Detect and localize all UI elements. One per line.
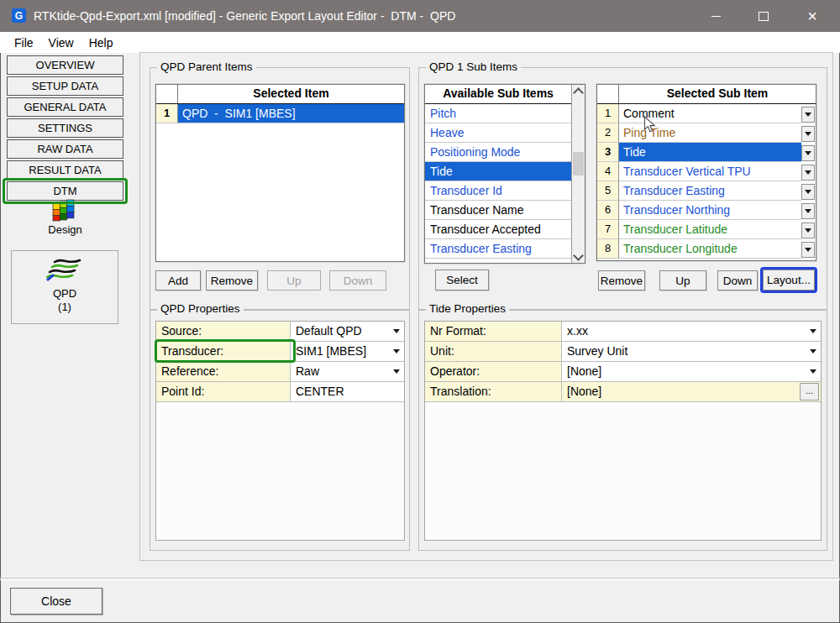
select-button[interactable]: Select: [435, 270, 489, 291]
qpd-properties-label-source: Source:: [156, 322, 291, 341]
qpd-properties-value-point-id[interactable]: CENTER: [291, 382, 404, 401]
available-item-transducer-easting[interactable]: Transducer Easting: [425, 239, 571, 259]
available-item-heave[interactable]: Heave: [425, 123, 571, 143]
dropdown-button[interactable]: [801, 222, 815, 238]
up-button: Up: [267, 270, 321, 291]
dropdown-button[interactable]: [389, 322, 404, 341]
qpd-properties-label-transducer: Transducer:: [156, 342, 291, 361]
chevron-down-icon: [805, 170, 811, 175]
window-title: RTKtide-Qpd-Export.xml [modified] - Gene…: [34, 0, 455, 32]
sidebar-item-dtm[interactable]: DTM: [7, 181, 123, 201]
parent-items-buttons: AddRemoveUpDown: [155, 270, 386, 291]
dropdown-button[interactable]: [801, 126, 815, 142]
gear-G-icon: G: [12, 8, 26, 23]
selected-sub-item-transducer-vertical-tpu[interactable]: Transducer Vertical TPU: [619, 162, 801, 181]
close-icon: ×: [807, 8, 817, 24]
available-item-transducer-id[interactable]: Transducer Id: [425, 181, 571, 201]
close-button[interactable]: Close: [10, 588, 102, 615]
qpd-properties-value-reference[interactable]: Raw: [291, 362, 389, 381]
layout-button[interactable]: Layout...: [763, 270, 815, 291]
tide-properties-value-operator[interactable]: [None]: [562, 362, 806, 381]
dropdown-button[interactable]: [801, 242, 815, 258]
remove-sub-button[interactable]: Remove: [598, 270, 645, 291]
sidebar-item-settings[interactable]: SETTINGS: [7, 118, 123, 138]
design-label[interactable]: Design: [0, 223, 130, 236]
sidebar-item-overview[interactable]: OVERVIEW: [7, 55, 123, 75]
tide-properties-panel: Nr Format:x.xxUnit:Survey UnitOperator:[…: [424, 321, 822, 541]
menu-help[interactable]: Help: [81, 36, 121, 50]
row-number: 7: [597, 220, 619, 239]
menu-file[interactable]: File: [7, 36, 41, 50]
property-row: Nr Format:x.xx: [425, 322, 821, 342]
property-row: Point Id:CENTER: [156, 382, 404, 402]
qpd-properties-value-transducer[interactable]: SIM1 [MBES]: [291, 342, 389, 361]
tide-properties-value-unit[interactable]: Survey Unit: [562, 342, 806, 361]
down-sub-button[interactable]: Down: [717, 270, 758, 291]
sidebar-item-setup-data[interactable]: SETUP DATA: [7, 76, 123, 96]
dropdown-button[interactable]: [801, 165, 815, 181]
chevron-down-icon: [805, 209, 811, 213]
row-number-header: [156, 85, 178, 103]
qpd-properties-label-point-id: Point Id:: [156, 382, 291, 401]
chevron-down-icon: [393, 329, 400, 333]
maximize-button[interactable]: [744, 0, 783, 32]
table-row: 7Transducer Latitude: [597, 220, 816, 239]
selected-sub-item-transducer-longitude[interactable]: Transducer Longitude: [619, 239, 801, 259]
minimize-icon: [711, 16, 721, 17]
menu-view[interactable]: View: [41, 36, 81, 50]
remove-button[interactable]: Remove: [206, 270, 258, 291]
table-row: 2Ping Time: [597, 123, 816, 143]
qpd-properties-value-source[interactable]: Default QPD: [291, 322, 389, 341]
table-row: 1QPD - SIM1 [MBES]: [156, 104, 404, 123]
add-button[interactable]: Add: [155, 270, 201, 291]
scroll-down-icon[interactable]: [572, 250, 585, 263]
parent-item-qpd-sim1-mbes[interactable]: QPD - SIM1 [MBES]: [178, 104, 404, 123]
group-title: Tide Properties: [426, 302, 509, 315]
parent-items-table: Selected Item 1QPD - SIM1 [MBES]: [155, 84, 405, 262]
available-item-pitch[interactable]: Pitch: [425, 104, 571, 123]
tide-properties-value-translation[interactable]: [None]: [562, 382, 798, 401]
sidebar-item-general-data[interactable]: GENERAL DATA: [7, 97, 123, 117]
tide-properties-value-nr-format[interactable]: x.xx: [562, 322, 806, 341]
selected-sub-item-transducer-latitude[interactable]: Transducer Latitude: [619, 220, 801, 239]
up-sub-button[interactable]: Up: [659, 270, 706, 291]
tide-properties-browse-button[interactable]: ...: [800, 383, 819, 400]
property-row: Translation:[None]...: [425, 382, 821, 402]
dropdown-button[interactable]: [801, 203, 815, 219]
sidebar-item-raw-data[interactable]: RAW DATA: [7, 139, 123, 159]
table-row: 4Transducer Vertical TPU: [597, 162, 816, 181]
row-number: 1: [597, 104, 619, 123]
close-window-button[interactable]: ×: [793, 0, 832, 32]
sidebar-item-qpd[interactable]: QPD (1): [11, 250, 118, 324]
dropdown-button[interactable]: [801, 145, 815, 161]
available-item-transducer-accepted[interactable]: Transducer Accepted: [425, 220, 571, 239]
available-item-transducer-name[interactable]: Transducer Name: [425, 201, 571, 220]
menu-bar: FileViewHelp: [0, 32, 840, 53]
available-item-tide[interactable]: Tide: [425, 162, 571, 181]
dropdown-button[interactable]: [801, 184, 815, 200]
chevron-down-icon: [805, 228, 811, 233]
row-number-header: [597, 85, 619, 103]
selected-sub-item-transducer-northing[interactable]: Transducer Northing: [619, 201, 801, 220]
chevron-down-icon: [810, 329, 816, 333]
dropdown-button[interactable]: [801, 107, 815, 123]
dropdown-button[interactable]: [806, 342, 821, 361]
scrollbar-thumb[interactable]: [573, 152, 584, 175]
scrollbar[interactable]: [571, 85, 585, 263]
dropdown-button[interactable]: [389, 342, 404, 361]
dtm-grid-icon[interactable]: [52, 199, 75, 222]
selected-sub-item-tide[interactable]: Tide: [619, 143, 801, 162]
minimize-button[interactable]: [696, 0, 735, 32]
scroll-up-icon[interactable]: [572, 85, 585, 97]
dropdown-button[interactable]: [389, 362, 404, 381]
tide-properties-label-nr-format: Nr Format:: [425, 322, 562, 341]
nav-highlight-dtm: DTM: [7, 181, 123, 201]
sidebar-item-result-data[interactable]: RESULT DATA: [7, 160, 123, 180]
dropdown-button[interactable]: [806, 322, 821, 341]
selected-sub-item-transducer-easting[interactable]: Transducer Easting: [619, 181, 801, 201]
property-row: Transducer:SIM1 [MBES]: [156, 342, 404, 362]
available-item-positioning-mode[interactable]: Positioning Mode: [425, 143, 571, 162]
dropdown-button[interactable]: [806, 362, 821, 381]
qpd-count: (1): [12, 301, 118, 314]
available-item-transducer-northing[interactable]: Transducer Northing: [425, 259, 571, 263]
